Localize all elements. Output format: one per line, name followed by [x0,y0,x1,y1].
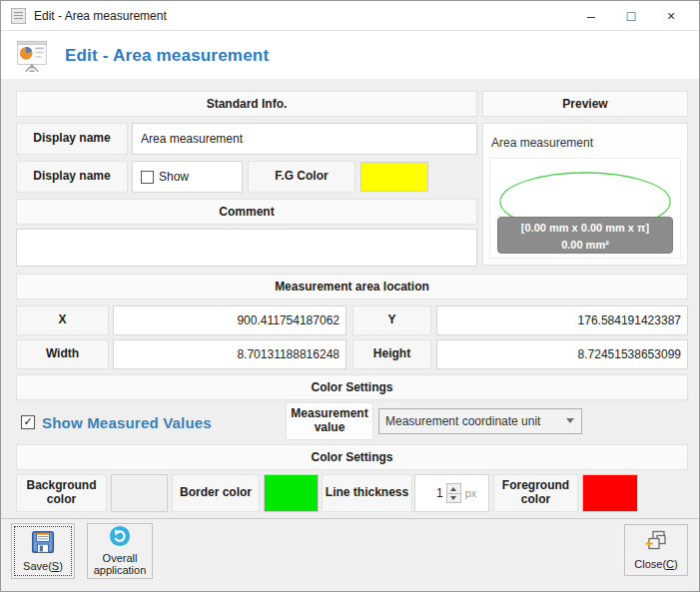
titlebar: Edit - Area measurement – □ × [1,1,699,31]
height-input[interactable] [436,339,688,369]
show-measured-values[interactable]: Show Measured Values [21,404,212,440]
show-checkbox-cell[interactable]: Show [132,161,243,193]
width-label: Width [16,339,109,369]
display-name-label: Display name [16,123,128,155]
window-controls: – □ × [571,2,691,30]
fg-color-swatch[interactable] [360,162,428,192]
save-button-label: Save(S) [23,560,63,573]
overall-application-button[interactable]: Overall application [87,523,153,579]
x-label: X [16,305,109,335]
dialog-content: Standard Info. Preview Display name Area… [1,79,699,518]
border-color-swatch[interactable] [264,474,319,512]
display-name2-label: Display name [16,161,128,193]
background-color-label: Background color [16,474,107,512]
minimize-button[interactable]: – [571,2,611,30]
preview-header: Preview [482,91,688,117]
overall-application-label: Overall application [91,552,149,577]
badge-line1: [0.00 mm x 0.00 mm x π] [498,220,672,237]
color-settings-header-2: Color Settings [16,444,688,470]
refresh-circle-icon [109,525,131,550]
spinner-buttons [446,483,461,503]
edit-area-measurement-dialog: Edit - Area measurement – □ × Edit - Are… [0,0,700,592]
location-header: Measurement area location [16,274,688,299]
spinner-up-button[interactable] [447,484,460,493]
measurement-unit-dropdown[interactable]: Measurement coordinate unit [378,408,582,434]
maximize-button[interactable]: □ [611,2,651,30]
line-thickness-value[interactable]: 1 [427,486,443,500]
document-icon [11,8,26,24]
close-dialog-button[interactable]: Close(C) [624,524,688,576]
preview-measurement-badge: [0.00 mm x 0.00 mm x π] 0.00 mm² [497,217,673,254]
preview-panel: Area measurement [0.00 mm x 0.00 mm x π]… [482,123,688,266]
chevron-down-icon [566,418,575,424]
footer-bar: Save(S) Overall application [1,518,699,592]
fg-color-label: F.G Color [248,161,355,193]
show-checkbox-label: Show [159,170,189,184]
preview-canvas: [0.00 mm x 0.00 mm x π] 0.00 mm² [489,158,681,259]
background-color-swatch[interactable] [111,474,168,512]
y-input[interactable] [436,305,688,335]
display-name-input[interactable] [132,123,477,155]
line-thickness-spinner[interactable]: 1 px [414,474,489,512]
arrow-down-icon [450,496,456,500]
arrow-up-icon [450,487,456,491]
color-settings-header-1: Color Settings [16,374,688,400]
show-measured-checkbox[interactable] [21,415,35,429]
spinner-down-button[interactable] [447,493,460,502]
line-thickness-unit: px [465,487,477,499]
close-button-label: Close(C) [634,558,677,571]
foreground-color-label: Foreground color [493,474,578,512]
badge-line2: 0.00 mm² [498,237,672,254]
dropdown-selected-value: Measurement coordinate unit [385,414,560,428]
preview-caption: Area measurement [489,130,681,158]
y-label: Y [352,305,431,335]
comment-input[interactable] [16,229,477,267]
show-measured-label: Show Measured Values [42,414,212,431]
exit-windows-icon [644,529,668,556]
line-thickness-label: Line thickness [322,474,412,512]
window-title: Edit - Area measurement [34,9,167,23]
width-input[interactable] [113,339,347,369]
comment-header: Comment [16,199,477,225]
close-button[interactable]: × [651,2,691,30]
height-label: Height [352,339,431,369]
measurement-value-label: Measurement value [286,402,373,440]
presentation-chart-icon [13,37,51,75]
page-title: Edit - Area measurement [65,46,269,66]
border-color-label: Border color [172,474,260,512]
standard-info-header: Standard Info. [16,91,477,117]
x-input[interactable] [113,305,347,335]
floppy-disk-icon [30,529,56,558]
save-button[interactable]: Save(S) [11,523,75,579]
show-checkbox[interactable] [141,171,154,184]
foreground-color-swatch[interactable] [582,474,638,512]
app-header: Edit - Area measurement [1,32,699,79]
